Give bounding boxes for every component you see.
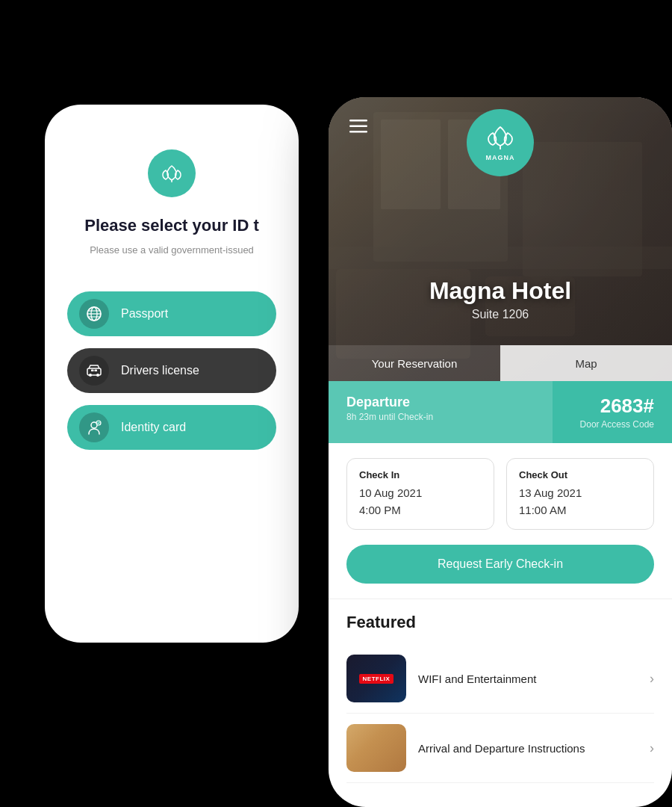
identity-icon-bg: [79, 412, 109, 442]
hotel-logo-label: MAGNA: [486, 154, 515, 161]
left-logo: [148, 149, 196, 197]
check-in-title: Check In: [359, 469, 482, 480]
hotel-lotus-icon: [484, 124, 517, 152]
svg-rect-20: [349, 126, 367, 128]
tab-map[interactable]: Map: [500, 345, 672, 381]
passport-icon-bg: [79, 299, 109, 329]
check-out-date: 13 Aug 2021 11:00 AM: [519, 485, 641, 519]
svg-point-7: [96, 374, 99, 377]
check-out-box: Check Out 13 Aug 2021 11:00 AM: [506, 458, 654, 530]
access-code-label: Door Access Code: [570, 419, 654, 430]
early-checkin-label: Request Early Check-in: [438, 557, 563, 571]
hotel-header: MAGNA Magna Hotel Suite 1206 Your Reserv…: [329, 97, 672, 381]
hotel-name: Magna Hotel: [329, 277, 672, 305]
svg-point-6: [89, 374, 92, 377]
featured-item-arrival[interactable]: Arrival and Departure Instructions ›: [346, 714, 654, 783]
left-phone: Please select your ID t Please use a val…: [45, 105, 299, 643]
svg-rect-9: [95, 369, 98, 371]
check-out-title: Check Out: [519, 469, 641, 480]
departure-bar: Departure 8h 23m until Check-in 2683# Do…: [329, 381, 672, 443]
wifi-label: WIFI and Entertainment: [418, 672, 650, 685]
departure-label: Departure: [346, 395, 535, 410]
identity-card-option[interactable]: Identity card: [67, 405, 276, 450]
featured-title: Featured: [346, 613, 654, 632]
wifi-chevron-icon: ›: [650, 671, 654, 687]
svg-rect-19: [349, 120, 367, 122]
left-subtitle: Please use a valid government-issued: [90, 244, 254, 256]
identity-label: Identity card: [121, 421, 186, 434]
check-in-box: Check In 10 Aug 2021 4:00 PM: [346, 458, 494, 530]
departure-sub: 8h 23m until Check-in: [346, 412, 535, 422]
drivers-license-option[interactable]: Drivers license: [67, 348, 276, 393]
departure-right: 2683# Door Access Code: [553, 381, 672, 443]
right-phone: MAGNA Magna Hotel Suite 1206 Your Reserv…: [329, 97, 672, 807]
globe-icon: [86, 306, 102, 322]
lotus-icon: [158, 160, 185, 187]
checkin-row: Check In 10 Aug 2021 4:00 PM Check Out 1…: [329, 443, 672, 545]
featured-section: Featured NETFLIX WIFI and Entertainment …: [329, 599, 672, 783]
passport-label: Passport: [121, 307, 168, 321]
person-badge-icon: [86, 419, 102, 436]
tab-reservation[interactable]: Your Reservation: [329, 345, 500, 381]
access-code: 2683#: [570, 395, 654, 418]
tabs-row: Your Reservation Map: [329, 345, 672, 381]
hotel-name-section: Magna Hotel Suite 1206: [329, 277, 672, 321]
departure-left: Departure 8h 23m until Check-in: [329, 381, 553, 443]
hotel-logo: MAGNA: [467, 109, 534, 176]
passport-option[interactable]: Passport: [67, 291, 276, 336]
svg-rect-8: [91, 369, 94, 371]
check-in-date: 10 Aug 2021 4:00 PM: [359, 485, 482, 519]
hotel-suite: Suite 1206: [329, 308, 672, 321]
hamburger-icon: [349, 120, 367, 133]
arrival-thumb: [346, 724, 406, 772]
netflix-badge: NETFLIX: [359, 674, 394, 684]
car-icon: [86, 362, 102, 379]
drivers-label: Drivers license: [121, 364, 199, 377]
arrival-chevron-icon: ›: [650, 740, 654, 756]
left-title: Please select your ID t: [84, 215, 259, 237]
arrival-label: Arrival and Departure Instructions: [418, 742, 650, 755]
drivers-icon-bg: [79, 356, 109, 386]
early-checkin-button[interactable]: Request Early Check-in: [346, 545, 654, 584]
svg-rect-21: [349, 131, 367, 133]
wifi-thumb: NETFLIX: [346, 655, 406, 702]
menu-icon[interactable]: [349, 120, 367, 136]
featured-item-wifi[interactable]: NETFLIX WIFI and Entertainment ›: [346, 644, 654, 714]
